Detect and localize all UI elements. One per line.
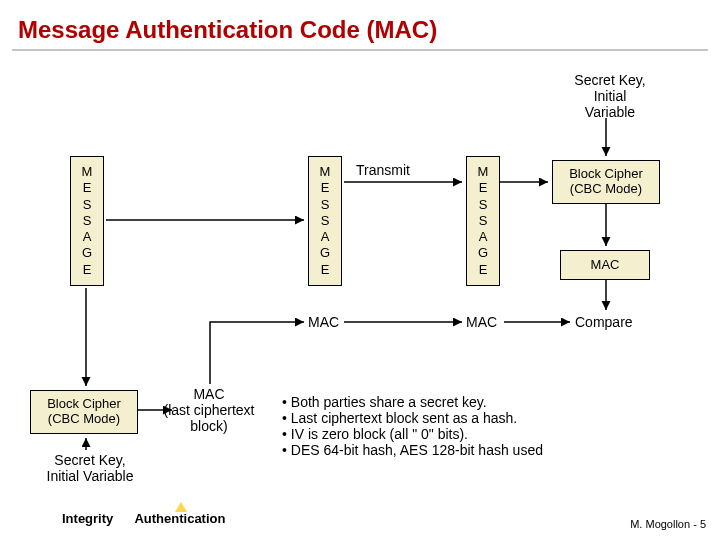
- footer-left: Integrity Authentication: [62, 511, 225, 526]
- secret-key-top-label: Secret Key, Initial Variable: [555, 72, 665, 120]
- footer-marker-icon: [175, 502, 187, 512]
- receiver-block-cipher-box: Block Cipher (CBC Mode): [552, 160, 660, 204]
- footer-credit: M. Mogollon - 5: [630, 518, 706, 530]
- transmit-label: Transmit: [356, 162, 410, 178]
- secret-key-left-label: Secret Key, Initial Variable: [35, 452, 145, 484]
- sender-mac-label: MAC: [308, 314, 339, 330]
- footer-authentication: Authentication: [134, 511, 225, 526]
- bullet-item: Last ciphertext block sent as a hash.: [282, 410, 543, 426]
- receiver-mac-label: MAC: [466, 314, 497, 330]
- receiver-mac-output-box: MAC: [560, 250, 650, 280]
- page-title: Message Authentication Code (MAC): [18, 16, 437, 44]
- bullet-item: IV is zero block (all " 0" bits).: [282, 426, 543, 442]
- bullet-item: Both parties share a secret key.: [282, 394, 543, 410]
- bullet-item: DES 64-bit hash, AES 128-bit hash used: [282, 442, 543, 458]
- mac-last-block-label: MAC (last ciphertext block): [154, 386, 264, 434]
- transmitted-message-box: M E S S A G E: [308, 156, 342, 286]
- bullet-list: Both parties share a secret key. Last ci…: [282, 394, 543, 458]
- receiver-message-box: M E S S A G E: [466, 156, 500, 286]
- sender-block-cipher-box: Block Cipher (CBC Mode): [30, 390, 138, 434]
- compare-label: Compare: [575, 314, 633, 330]
- sender-message-box: M E S S A G E: [70, 156, 104, 286]
- footer-integrity: Integrity: [62, 511, 113, 526]
